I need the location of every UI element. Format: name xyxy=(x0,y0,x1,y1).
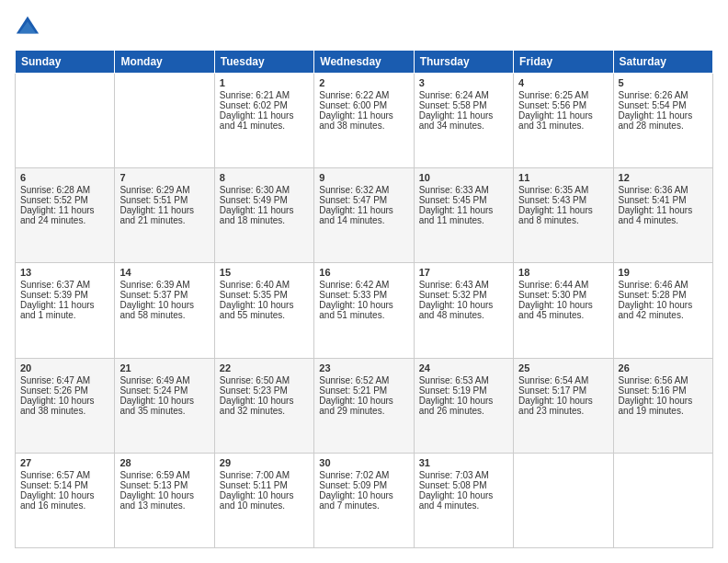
sunset-text: Sunset: 5:35 PM xyxy=(220,290,288,300)
sunrise-text: Sunrise: 6:37 AM xyxy=(20,280,90,290)
calendar-header: SundayMondayTuesdayWednesdayThursdayFrid… xyxy=(16,51,713,74)
sunset-text: Sunset: 6:02 PM xyxy=(220,100,288,110)
sunset-text: Sunset: 5:32 PM xyxy=(419,290,487,300)
calendar-week-row: 1 Sunrise: 6:21 AM Sunset: 6:02 PM Dayli… xyxy=(16,74,713,168)
daylight-text: Daylight: 11 hours and 34 minutes. xyxy=(419,110,494,131)
sunrise-text: Sunrise: 6:39 AM xyxy=(119,280,189,290)
sunset-text: Sunset: 5:09 PM xyxy=(319,480,387,490)
calendar-day-cell: 27 Sunrise: 6:57 AM Sunset: 5:14 PM Dayl… xyxy=(16,453,115,547)
daylight-text: Daylight: 10 hours and 13 minutes. xyxy=(119,490,194,511)
daylight-text: Daylight: 11 hours and 28 minutes. xyxy=(619,110,693,131)
sunrise-text: Sunrise: 6:44 AM xyxy=(518,280,588,290)
daylight-text: Daylight: 10 hours and 16 minutes. xyxy=(20,490,95,511)
sunrise-text: Sunrise: 6:21 AM xyxy=(220,90,290,100)
calendar-day-cell: 5 Sunrise: 6:26 AM Sunset: 5:54 PM Dayli… xyxy=(613,74,712,168)
calendar-day-cell: 25 Sunrise: 6:54 AM Sunset: 5:17 PM Dayl… xyxy=(514,358,613,453)
sunset-text: Sunset: 5:33 PM xyxy=(319,290,387,300)
calendar-day-cell: 16 Sunrise: 6:42 AM Sunset: 5:33 PM Dayl… xyxy=(314,263,414,358)
sunrise-text: Sunrise: 6:36 AM xyxy=(619,185,688,195)
sunset-text: Sunset: 5:26 PM xyxy=(20,385,88,396)
sunset-text: Sunset: 5:51 PM xyxy=(119,195,188,205)
sunrise-text: Sunrise: 6:57 AM xyxy=(20,470,90,480)
calendar-day-cell xyxy=(16,74,115,168)
sunset-text: Sunset: 5:52 PM xyxy=(20,195,88,205)
daylight-text: Daylight: 10 hours and 32 minutes. xyxy=(220,396,294,416)
sunrise-text: Sunrise: 6:35 AM xyxy=(518,185,588,195)
sunrise-text: Sunrise: 6:40 AM xyxy=(220,280,290,290)
daylight-text: Daylight: 11 hours and 8 minutes. xyxy=(518,205,593,225)
day-number: 16 xyxy=(319,267,408,278)
calendar-day-cell xyxy=(514,453,613,547)
calendar-day-cell: 24 Sunrise: 6:53 AM Sunset: 5:19 PM Dayl… xyxy=(414,358,513,453)
sunset-text: Sunset: 5:41 PM xyxy=(619,195,687,205)
daylight-text: Daylight: 10 hours and 38 minutes. xyxy=(20,396,95,416)
calendar-day-cell: 19 Sunrise: 6:46 AM Sunset: 5:28 PM Dayl… xyxy=(613,263,712,358)
calendar-day-cell: 7 Sunrise: 6:29 AM Sunset: 5:51 PM Dayli… xyxy=(115,168,214,263)
sunrise-text: Sunrise: 6:49 AM xyxy=(119,375,189,385)
weekday-header: Thursday xyxy=(414,51,513,74)
weekday-header: Friday xyxy=(514,51,613,74)
sunset-text: Sunset: 6:00 PM xyxy=(319,100,387,110)
day-number: 15 xyxy=(220,267,309,278)
day-number: 24 xyxy=(419,362,508,373)
calendar-day-cell: 9 Sunrise: 6:32 AM Sunset: 5:47 PM Dayli… xyxy=(314,168,414,263)
sunrise-text: Sunrise: 6:26 AM xyxy=(619,90,688,100)
sunrise-text: Sunrise: 6:52 AM xyxy=(319,375,389,385)
daylight-text: Daylight: 11 hours and 18 minutes. xyxy=(220,205,294,225)
calendar-week-row: 27 Sunrise: 6:57 AM Sunset: 5:14 PM Dayl… xyxy=(16,453,713,547)
calendar-week-row: 20 Sunrise: 6:47 AM Sunset: 5:26 PM Dayl… xyxy=(16,358,713,453)
daylight-text: Daylight: 10 hours and 10 minutes. xyxy=(220,490,294,511)
calendar-day-cell: 4 Sunrise: 6:25 AM Sunset: 5:56 PM Dayli… xyxy=(514,74,613,168)
daylight-text: Daylight: 11 hours and 14 minutes. xyxy=(319,205,393,225)
weekday-row: SundayMondayTuesdayWednesdayThursdayFrid… xyxy=(16,51,713,74)
day-number: 17 xyxy=(419,267,508,278)
day-number: 5 xyxy=(619,77,708,88)
day-number: 22 xyxy=(220,362,309,373)
day-number: 4 xyxy=(518,77,608,88)
sunset-text: Sunset: 5:21 PM xyxy=(319,385,387,396)
calendar-day-cell: 2 Sunrise: 6:22 AM Sunset: 6:00 PM Dayli… xyxy=(314,74,414,168)
calendar-day-cell: 21 Sunrise: 6:49 AM Sunset: 5:24 PM Dayl… xyxy=(115,358,214,453)
sunrise-text: Sunrise: 6:32 AM xyxy=(319,185,389,195)
page: SundayMondayTuesdayWednesdayThursdayFrid… xyxy=(0,0,728,563)
weekday-header: Wednesday xyxy=(314,51,414,74)
sunset-text: Sunset: 5:24 PM xyxy=(119,385,188,396)
daylight-text: Daylight: 11 hours and 24 minutes. xyxy=(20,205,95,225)
day-number: 9 xyxy=(319,172,408,183)
day-number: 10 xyxy=(419,172,508,183)
calendar-day-cell: 10 Sunrise: 6:33 AM Sunset: 5:45 PM Dayl… xyxy=(414,168,513,263)
sunset-text: Sunset: 5:11 PM xyxy=(220,480,288,490)
sunset-text: Sunset: 5:39 PM xyxy=(20,290,88,300)
calendar-week-row: 6 Sunrise: 6:28 AM Sunset: 5:52 PM Dayli… xyxy=(16,168,713,263)
calendar-day-cell: 11 Sunrise: 6:35 AM Sunset: 5:43 PM Dayl… xyxy=(514,168,613,263)
day-number: 13 xyxy=(20,267,109,278)
sunset-text: Sunset: 5:54 PM xyxy=(619,100,687,110)
sunrise-text: Sunrise: 6:28 AM xyxy=(20,185,90,195)
day-number: 28 xyxy=(119,457,209,468)
daylight-text: Daylight: 10 hours and 26 minutes. xyxy=(419,396,494,416)
daylight-text: Daylight: 10 hours and 58 minutes. xyxy=(119,300,194,320)
sunset-text: Sunset: 5:28 PM xyxy=(619,290,687,300)
daylight-text: Daylight: 10 hours and 55 minutes. xyxy=(220,300,294,320)
calendar-body: 1 Sunrise: 6:21 AM Sunset: 6:02 PM Dayli… xyxy=(16,74,713,548)
day-number: 6 xyxy=(20,172,109,183)
calendar-day-cell: 13 Sunrise: 6:37 AM Sunset: 5:39 PM Dayl… xyxy=(16,263,115,358)
daylight-text: Daylight: 10 hours and 7 minutes. xyxy=(319,490,393,511)
calendar-day-cell: 14 Sunrise: 6:39 AM Sunset: 5:37 PM Dayl… xyxy=(115,263,214,358)
daylight-text: Daylight: 10 hours and 4 minutes. xyxy=(419,490,494,511)
sunrise-text: Sunrise: 7:02 AM xyxy=(319,470,389,480)
day-number: 29 xyxy=(220,457,309,468)
daylight-text: Daylight: 11 hours and 1 minute. xyxy=(20,300,95,320)
sunrise-text: Sunrise: 6:56 AM xyxy=(619,375,688,385)
sunset-text: Sunset: 5:08 PM xyxy=(419,480,487,490)
sunrise-text: Sunrise: 6:59 AM xyxy=(119,470,189,480)
day-number: 27 xyxy=(20,457,109,468)
day-number: 20 xyxy=(20,362,109,373)
calendar-day-cell xyxy=(115,74,214,168)
day-number: 26 xyxy=(619,362,708,373)
header xyxy=(15,15,713,40)
sunset-text: Sunset: 5:45 PM xyxy=(419,195,487,205)
sunset-text: Sunset: 5:30 PM xyxy=(518,290,586,300)
daylight-text: Daylight: 11 hours and 41 minutes. xyxy=(220,110,294,131)
day-number: 31 xyxy=(419,457,508,468)
